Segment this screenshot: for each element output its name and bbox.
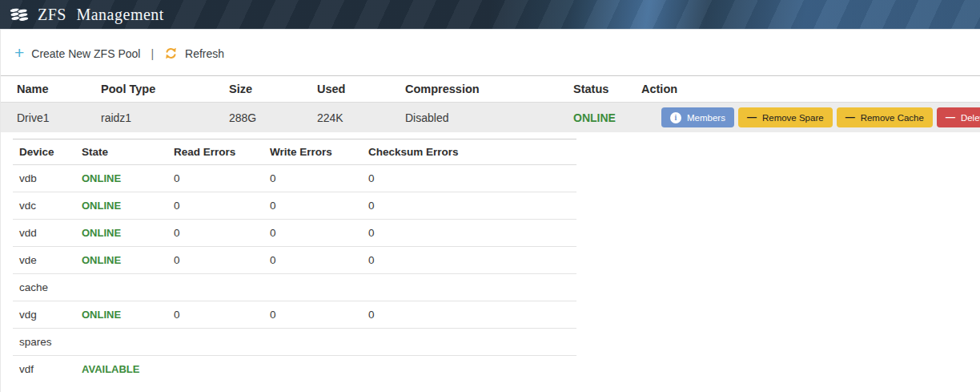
write-errors-cell: 0 bbox=[263, 301, 362, 329]
device-state-badge: ONLINE bbox=[75, 220, 167, 247]
device-name-cell: spares bbox=[13, 329, 75, 356]
checksum-errors-cell: 0 bbox=[362, 165, 576, 192]
device-row: vdb ONLINE 0 0 0 bbox=[13, 165, 576, 192]
write-errors-cell: 0 bbox=[263, 247, 362, 274]
read-errors-cell: 0 bbox=[167, 220, 263, 247]
plus-icon: + bbox=[14, 47, 24, 59]
refresh-button[interactable]: Refresh bbox=[164, 46, 224, 60]
pool-type-cell: raidz1 bbox=[85, 103, 213, 133]
write-errors-cell bbox=[263, 274, 362, 301]
create-pool-label: Create New ZFS Pool bbox=[31, 47, 140, 60]
col-state: State bbox=[75, 139, 167, 165]
read-errors-cell bbox=[167, 329, 263, 356]
remove-cache-button[interactable]: — Remove Cache bbox=[837, 107, 933, 127]
device-name-cell: vdc bbox=[13, 192, 75, 220]
write-errors-cell: 0 bbox=[263, 220, 362, 247]
toolbar: + Create New ZFS Pool | Refresh bbox=[1, 30, 980, 75]
read-errors-cell bbox=[167, 274, 263, 301]
write-errors-cell: 0 bbox=[263, 165, 362, 192]
devices-table: Device State Read Errors Write Errors Ch… bbox=[13, 139, 576, 382]
device-state-badge: AVAILABLE bbox=[75, 356, 167, 383]
read-errors-cell: 0 bbox=[167, 192, 263, 220]
device-state-badge: ONLINE bbox=[75, 165, 167, 192]
toolbar-separator: | bbox=[151, 47, 154, 60]
write-errors-cell bbox=[263, 356, 362, 383]
device-state-badge bbox=[75, 274, 167, 301]
device-name-cell: vde bbox=[13, 247, 75, 274]
button-label: Delete Pool bbox=[961, 113, 980, 123]
pool-size-cell: 288G bbox=[213, 103, 301, 133]
button-label: Members bbox=[687, 113, 725, 123]
pool-used-cell: 224K bbox=[301, 103, 389, 133]
info-icon: i bbox=[670, 112, 681, 123]
pools-header-row: Name Pool Type Size Used Compression Sta… bbox=[1, 76, 980, 103]
checksum-errors-cell bbox=[362, 329, 576, 356]
read-errors-cell: 0 bbox=[167, 165, 263, 192]
page-title: ZFS Management bbox=[38, 6, 164, 24]
checksum-errors-cell: 0 bbox=[362, 247, 576, 274]
minus-icon: — bbox=[747, 111, 757, 123]
device-row: vdf AVAILABLE bbox=[13, 356, 576, 383]
write-errors-cell bbox=[263, 329, 362, 356]
button-label: Remove Spare bbox=[762, 113, 824, 123]
read-errors-cell: 0 bbox=[167, 301, 263, 329]
refresh-label: Refresh bbox=[185, 47, 224, 60]
app-header: ZFS Management bbox=[0, 0, 980, 30]
delete-pool-button[interactable]: — Delete Pool bbox=[937, 107, 980, 127]
read-errors-cell bbox=[167, 356, 263, 383]
checksum-errors-cell bbox=[362, 274, 576, 301]
col-name: Name bbox=[1, 76, 85, 103]
col-size: Size bbox=[213, 76, 301, 103]
col-checksum-errors: Checksum Errors bbox=[362, 139, 576, 165]
device-name-cell: vdg bbox=[13, 301, 75, 329]
device-state-badge bbox=[75, 329, 167, 356]
zfs-disks-icon bbox=[9, 5, 30, 25]
col-read-errors: Read Errors bbox=[167, 139, 263, 165]
col-action: Action bbox=[625, 76, 980, 103]
col-pool-type: Pool Type bbox=[85, 76, 213, 103]
pool-compression-cell: Disabled bbox=[389, 103, 557, 133]
device-state-badge: ONLINE bbox=[75, 301, 167, 329]
create-pool-button[interactable]: + Create New ZFS Pool bbox=[14, 47, 140, 60]
devices-header-row: Device State Read Errors Write Errors Ch… bbox=[13, 139, 576, 165]
minus-icon: — bbox=[946, 111, 955, 123]
page-content: + Create New ZFS Pool | Refresh bbox=[0, 30, 980, 392]
device-row: cache bbox=[13, 274, 576, 301]
checksum-errors-cell: 0 bbox=[362, 192, 576, 220]
members-button[interactable]: i Members bbox=[661, 107, 734, 127]
col-status: Status bbox=[557, 76, 625, 103]
pool-name-cell: Drive1 bbox=[1, 103, 85, 133]
device-state-badge: ONLINE bbox=[75, 247, 167, 274]
write-errors-cell: 0 bbox=[263, 192, 362, 220]
col-device: Device bbox=[13, 139, 75, 165]
device-name-cell: vdf bbox=[13, 356, 75, 383]
device-name-cell: vdd bbox=[13, 220, 75, 247]
read-errors-cell: 0 bbox=[167, 247, 263, 274]
device-row: vdg ONLINE 0 0 0 bbox=[13, 301, 576, 329]
checksum-errors-cell: 0 bbox=[362, 301, 576, 329]
device-row: spares bbox=[13, 329, 576, 356]
checksum-errors-cell: 0 bbox=[362, 220, 576, 247]
device-state-badge: ONLINE bbox=[75, 192, 167, 220]
pool-devices-panel: Device State Read Errors Write Errors Ch… bbox=[13, 139, 576, 382]
pool-status-badge: ONLINE bbox=[557, 103, 625, 133]
checksum-errors-cell bbox=[362, 356, 576, 383]
pool-row: Drive1 raidz1 288G 224K Disabled ONLINE … bbox=[1, 103, 980, 133]
col-used: Used bbox=[301, 76, 389, 103]
minus-icon: — bbox=[845, 111, 855, 123]
button-label: Remove Cache bbox=[861, 113, 924, 123]
device-row: vdd ONLINE 0 0 0 bbox=[13, 220, 576, 247]
pool-actions-cell: i Members — Remove Spare — Remove Cache … bbox=[625, 103, 980, 133]
col-compression: Compression bbox=[389, 76, 557, 103]
pools-table: Name Pool Type Size Used Compression Sta… bbox=[1, 75, 980, 132]
col-write-errors: Write Errors bbox=[263, 139, 362, 165]
device-row: vdc ONLINE 0 0 0 bbox=[13, 192, 576, 220]
pool-action-buttons: i Members — Remove Spare — Remove Cache … bbox=[661, 107, 980, 127]
zfs-management-app: ZFS Management + Create New ZFS Pool | R… bbox=[0, 0, 980, 392]
device-name-cell: cache bbox=[13, 274, 75, 301]
refresh-icon bbox=[164, 46, 178, 60]
device-row: vde ONLINE 0 0 0 bbox=[13, 247, 576, 274]
remove-spare-button[interactable]: — Remove Spare bbox=[738, 107, 833, 127]
device-name-cell: vdb bbox=[13, 165, 75, 192]
